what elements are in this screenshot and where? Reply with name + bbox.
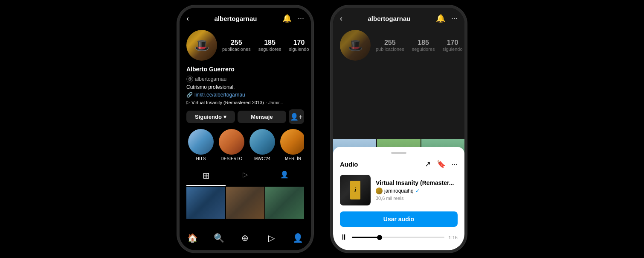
- nav-home[interactable]: 🏠: [184, 232, 201, 244]
- tagged-icon: 👤: [280, 170, 289, 182]
- avatar-right: 🎩: [340, 30, 371, 61]
- grid-tabs: ⊞ ▷ 👤: [186, 166, 304, 186]
- tab-tagged[interactable]: 👤: [265, 166, 304, 186]
- more-icon-right[interactable]: ···: [451, 14, 458, 23]
- highlight-circle-hits: [188, 129, 214, 155]
- bookmark-icon[interactable]: 🔖: [437, 160, 446, 169]
- audio-text: Virtual Insanity (Remaster... jamiroquai…: [376, 179, 458, 201]
- nav-create[interactable]: ⊕: [237, 232, 254, 244]
- action-buttons: Siguiendo ▾ Mensaje 👤+: [186, 109, 304, 124]
- tab-grid[interactable]: ⊞: [186, 166, 226, 186]
- grid-cell-3[interactable]: [265, 187, 304, 219]
- nav-reels[interactable]: ▷: [263, 232, 280, 244]
- person-add-icon: 👤+: [290, 113, 302, 121]
- profile-section-right: 🎩 255 publicaciones 185 seguidores 170: [333, 26, 464, 61]
- reels-count: 30,6 mil reels: [376, 196, 458, 201]
- tab-reels[interactable]: ▷: [226, 166, 265, 186]
- stats-row-right: 255 publicaciones 185 seguidores 170 sig…: [376, 39, 463, 52]
- following-button[interactable]: Siguiendo ▾: [186, 111, 235, 123]
- profile-header: 🎩 255 publicaciones 185 seguidores 170: [186, 30, 304, 61]
- grid-cell-2[interactable]: [226, 187, 265, 219]
- stat-ing-right: 170 siguiendo: [442, 39, 462, 52]
- artist-name[interactable]: jamiroquaihq: [384, 188, 414, 194]
- use-audio-button[interactable]: Usar audio: [340, 211, 458, 227]
- sheet-header: Audio ↗ 🔖 ···: [340, 160, 458, 169]
- verified-badge: ✓: [415, 188, 420, 194]
- add-contact-button[interactable]: 👤+: [289, 109, 304, 124]
- nav-search[interactable]: 🔍: [210, 232, 227, 244]
- music-title: Virtual Insanity (Remastered 2013): [191, 100, 264, 105]
- more-icon[interactable]: ···: [298, 14, 304, 23]
- highlight-merlin[interactable]: MERLÍN: [280, 129, 304, 161]
- threads-icon: @: [186, 76, 193, 82]
- back-button-right[interactable]: ‹: [340, 14, 342, 23]
- highlight-hits[interactable]: HITS: [188, 129, 214, 161]
- album-art-inner: [340, 175, 371, 205]
- highlight-label-merlin: MERLÍN: [285, 156, 301, 161]
- header-icons-right: 🔔 ···: [436, 14, 458, 23]
- highlight-mwc[interactable]: MWC'24: [249, 129, 275, 161]
- artist-avatar: [376, 188, 383, 194]
- profile-name: Alberto Guerrero: [186, 66, 304, 73]
- threads-handle[interactable]: @ albertogarnau: [186, 76, 226, 82]
- link-row: 🔗 linktr.ee/albertogarnau: [186, 92, 304, 98]
- stats-row: 255 publicaciones 185 seguidores 170 sig…: [222, 39, 309, 52]
- link-icon: 🔗: [186, 92, 193, 98]
- back-button[interactable]: ‹: [186, 14, 189, 23]
- avatar: 🎩: [186, 30, 217, 61]
- followers-count: 185: [258, 39, 281, 47]
- nav-profile[interactable]: 👤: [289, 232, 306, 244]
- stat-following: 170 siguiendo: [289, 39, 309, 52]
- bell-icon[interactable]: 🔔: [282, 14, 292, 23]
- link-text[interactable]: linktr.ee/albertogarnau: [194, 92, 245, 98]
- right-phone: ‹ albertogarnau 🔔 ··· 🎩 255 publica: [331, 5, 467, 253]
- bell-icon-right[interactable]: 🔔: [436, 14, 445, 23]
- duration-text: 1:16: [449, 235, 458, 240]
- pause-button[interactable]: ⏸: [340, 233, 348, 242]
- audio-info: Virtual Insanity (Remaster... jamiroquai…: [340, 175, 458, 205]
- sheet-header-icons: ↗ 🔖 ···: [425, 160, 458, 169]
- artist-row: jamiroquaihq ✓: [376, 188, 458, 194]
- bio-text: Cutrismo profesional.: [186, 84, 304, 90]
- sheet-handle: [391, 152, 406, 154]
- following-count: 170: [289, 39, 309, 47]
- music-artist: · Jamir...: [266, 100, 284, 105]
- album-art-stripe: [350, 181, 360, 199]
- publications-count: 255: [222, 39, 251, 47]
- stat-followers: 185 seguidores: [258, 39, 281, 52]
- highlight-label-mwc: MWC'24: [254, 156, 270, 161]
- external-link-icon[interactable]: ↗: [425, 160, 431, 169]
- progress-fill: [352, 237, 380, 238]
- publications-label: publicaciones: [222, 47, 251, 52]
- audio-progress: ⏸ 1:16: [340, 233, 458, 242]
- stat-publications: 255 publicaciones: [222, 39, 251, 52]
- highlight-label-hits: HITS: [196, 156, 206, 161]
- sheet-title: Audio: [340, 161, 358, 168]
- highlights-row: HITS DESIERTO MWC'24: [186, 129, 304, 161]
- profile-header-right: 🎩 255 publicaciones 185 seguidores 170: [340, 30, 458, 61]
- highlight-desierto[interactable]: DESIERTO: [219, 129, 244, 161]
- left-phone: ‹ albertogarnau 🔔 ··· 🎩 255 publica: [177, 5, 313, 253]
- followers-label: seguidores: [258, 47, 281, 52]
- stat-pub-right: 255 publicaciones: [376, 39, 404, 52]
- avatar-image-right: 🎩: [340, 30, 371, 61]
- avatar-image: 🎩: [186, 30, 217, 61]
- message-button[interactable]: Mensaje: [238, 111, 286, 123]
- top-bar-left: ‹ albertogarnau 🔔 ···: [180, 8, 311, 26]
- song-title: Virtual Insanity (Remaster...: [376, 179, 458, 186]
- username-title: albertogarnau: [214, 15, 257, 22]
- header-icons: 🔔 ···: [282, 14, 304, 23]
- grid-cell-1[interactable]: [186, 187, 225, 219]
- stat-fol-right: 185 seguidores: [412, 39, 435, 52]
- progress-track[interactable]: [352, 237, 444, 238]
- more-options-icon[interactable]: ···: [452, 160, 458, 169]
- highlight-circle-mwc: [249, 129, 275, 155]
- profile-section: 🎩 255 publicaciones 185 seguidores 170: [180, 26, 311, 219]
- highlight-label-desierto: DESIERTO: [221, 156, 243, 161]
- progress-thumb: [377, 235, 382, 240]
- grid-preview: [186, 187, 304, 219]
- music-row[interactable]: ▷ Virtual Insanity (Remastered 2013) · J…: [186, 100, 304, 105]
- highlight-circle-desierto: [219, 129, 244, 155]
- following-label: siguiendo: [289, 47, 309, 52]
- bottom-nav-left: 🏠 🔍 ⊕ ▷ 👤: [180, 227, 311, 250]
